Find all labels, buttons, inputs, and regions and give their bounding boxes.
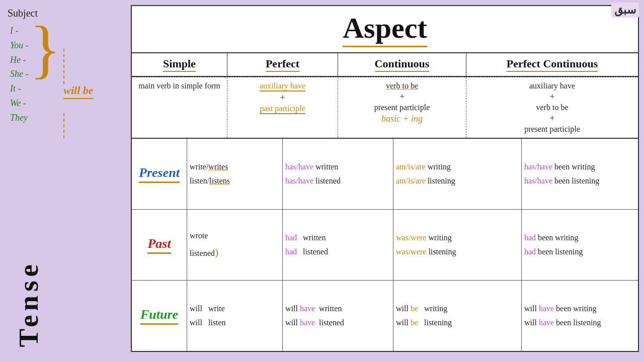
pronoun-i: I - bbox=[10, 24, 29, 38]
aspect-header: Aspect bbox=[131, 5, 639, 53]
future-perfect-cell: will have written will have listened bbox=[283, 281, 393, 351]
present-pc-line1: has/have been writing bbox=[524, 161, 595, 173]
past-perfect-cell: had written had listened bbox=[283, 210, 393, 280]
desc-perfect: auxiliary have + past participle bbox=[227, 77, 338, 138]
will-be-label: will be bbox=[63, 84, 93, 99]
past-perfect-continuous-cell: had been writing had been listening bbox=[522, 210, 638, 280]
col-header-perfect: Perfect bbox=[227, 53, 338, 76]
present-row: Present write/writes listen/listens has/… bbox=[132, 139, 638, 210]
present-simple-line2: listen/listens bbox=[190, 175, 230, 187]
subject-pronouns: I - You - He - She - It - We - They bbox=[10, 24, 29, 125]
main-table-area: Aspect Simple Perfect Continuous Perfect… bbox=[131, 5, 639, 352]
past-simple-line2: listened) bbox=[190, 244, 218, 260]
past-label-cell: Past bbox=[132, 210, 187, 280]
present-perfect-line1: has/have written bbox=[285, 161, 338, 173]
desc-perfect-aux: auxiliary have bbox=[260, 81, 305, 92]
desc-simple-text: main verb in simple form bbox=[138, 81, 220, 90]
desc-continuous-plus: + bbox=[341, 92, 463, 102]
column-headers: Simple Perfect Continuous Perfect Contin… bbox=[131, 53, 639, 77]
description-row: main verb in simple form auxiliary have … bbox=[131, 77, 639, 139]
present-simple-line1: write/writes bbox=[190, 161, 228, 173]
present-simple-cell: write/writes listen/listens bbox=[187, 139, 283, 209]
pronoun-you: You - bbox=[10, 38, 29, 53]
past-perfect-line2: had listened bbox=[285, 246, 328, 258]
past-simple-line1: wrote bbox=[190, 230, 208, 242]
future-pc-line1: will have been writing bbox=[524, 303, 597, 315]
future-simple-line1: will write bbox=[190, 303, 225, 315]
pronoun-they: They bbox=[10, 111, 29, 125]
col-header-continuous: Continuous bbox=[338, 53, 466, 76]
desc-pc-verb: verb to be bbox=[536, 103, 569, 112]
future-perfect-continuous-cell: will have been writing will have been li… bbox=[522, 281, 638, 351]
future-continuous-line2: will be listening bbox=[396, 317, 452, 329]
future-perfect-line2: will have listened bbox=[285, 317, 344, 329]
present-pc-line2: has/have been listening bbox=[524, 175, 599, 187]
desc-continuous: verb to be + present participle basic + … bbox=[338, 77, 466, 138]
present-label-cell: Present bbox=[132, 139, 187, 209]
desc-pc-plus2: + bbox=[469, 113, 635, 124]
col-header-simple: Simple bbox=[132, 53, 227, 76]
page-wrapper: سبق Subject I - You - He - She - It - We… bbox=[0, 0, 644, 362]
pronoun-she: She - bbox=[10, 67, 29, 81]
pronoun-we: We - bbox=[10, 96, 29, 111]
tense-vertical-label: Tense bbox=[13, 260, 44, 347]
col-header-perfect-continuous: Perfect Continuous bbox=[466, 53, 638, 76]
past-continuous-cell: was/were writing was/were listening bbox=[393, 210, 522, 280]
past-simple-cell: wrote listened) bbox=[187, 210, 283, 280]
present-continuous-cell: am/is/are writing am/is/are listening bbox=[393, 139, 522, 209]
past-continuous-line1: was/were writing bbox=[396, 232, 452, 244]
subject-area: Subject I - You - He - She - It - We - T… bbox=[5, 5, 131, 352]
desc-simple: main verb in simple form bbox=[132, 77, 227, 138]
pronoun-it: It - bbox=[10, 81, 29, 96]
curly-brace-icon: } bbox=[30, 16, 61, 81]
desc-continuous-pp: present participle bbox=[374, 103, 430, 112]
future-label-cell: Future bbox=[132, 281, 187, 351]
present-continuous-line2: am/is/are listening bbox=[396, 175, 455, 187]
desc-perfect-continuous: auxiliary have + verb to be + present pa… bbox=[466, 77, 638, 138]
future-simple-line2: will listen bbox=[190, 317, 226, 329]
tense-rows: Present write/writes listen/listens has/… bbox=[131, 139, 639, 352]
present-continuous-line1: am/is/are writing bbox=[396, 161, 451, 173]
present-label: Present bbox=[139, 165, 180, 183]
present-perfect-continuous-cell: has/have been writing has/have been list… bbox=[522, 139, 638, 209]
past-continuous-line2: was/were listening bbox=[396, 246, 456, 258]
present-perfect-cell: has/have written has/have listened bbox=[283, 139, 393, 209]
past-row: Past wrote listened) had written had lis… bbox=[132, 210, 638, 281]
future-continuous-line1: will be writing bbox=[396, 303, 447, 315]
desc-continuous-basic: basic + ing bbox=[341, 114, 463, 124]
future-pc-line2: will have been listening bbox=[524, 317, 601, 329]
desc-pc-aux: auxiliary have bbox=[529, 81, 575, 90]
past-perfect-line1: had written bbox=[285, 232, 326, 244]
future-perfect-line1: will have written bbox=[285, 303, 342, 315]
future-label: Future bbox=[140, 307, 178, 325]
desc-pc-pp: present participle bbox=[524, 125, 580, 133]
desc-continuous-verb: verb to be bbox=[386, 81, 418, 90]
future-row: Future will write will listen will have … bbox=[132, 281, 638, 351]
past-pc-line2: had been listening bbox=[524, 246, 583, 258]
future-simple-cell: will write will listen bbox=[187, 281, 283, 351]
future-continuous-cell: will be writing will be listening bbox=[393, 281, 522, 351]
aspect-title: Aspect bbox=[343, 11, 427, 47]
present-perfect-line2: has/have listened bbox=[285, 175, 341, 187]
desc-pc-plus1: + bbox=[469, 92, 635, 102]
arabic-logo: سبق bbox=[611, 3, 639, 18]
pronoun-he: He - bbox=[10, 53, 29, 67]
past-label: Past bbox=[147, 236, 171, 254]
past-pc-line1: had been writing bbox=[524, 232, 579, 244]
desc-perfect-pp: past participle bbox=[260, 104, 305, 114]
desc-perfect-plus: + bbox=[230, 93, 335, 103]
